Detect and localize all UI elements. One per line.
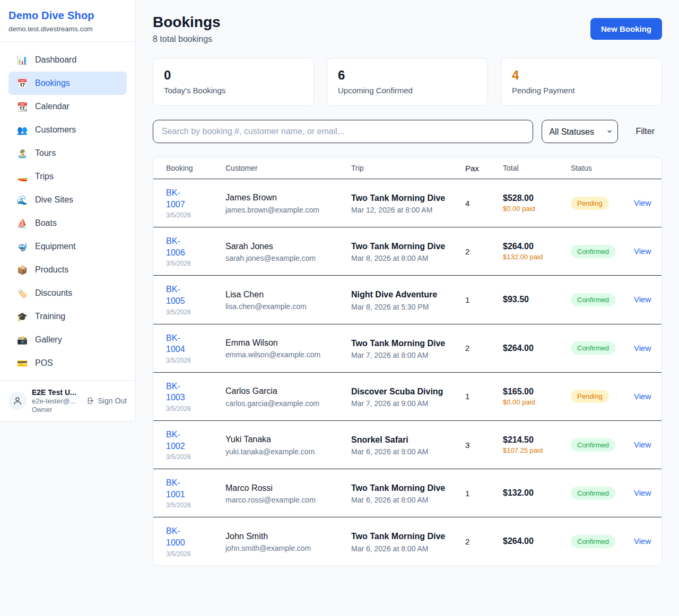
customer-email: lisa.chen@example.com — [225, 302, 338, 311]
view-cell: View — [634, 198, 655, 208]
sidebar-nav: 📊Dashboard📅Bookings📆Calendar👥Customers🏝️… — [0, 42, 135, 380]
trip-datetime: Mar 6, 2026 at 8:00 AM — [351, 544, 447, 553]
customer-cell: Marco Rossimarco.rossi@example.com — [225, 482, 351, 504]
booking-cell: BK-10073/5/2026 — [166, 187, 225, 219]
customer-email: carlos.garcia@example.com — [225, 399, 338, 408]
booking-id-link[interactable]: BK-1001 — [166, 477, 198, 500]
total-cell: $264.00$132.00 paid — [503, 242, 571, 261]
table-body: BK-10073/5/2026James Brownjames.brown@ex… — [153, 179, 661, 566]
customer-name: Yuki Tanaka — [225, 434, 338, 445]
stat-card-upcoming-confirmed: 6 Upcoming Confirmed — [327, 58, 488, 106]
sidebar-item-tours[interactable]: 🏝️Tours — [8, 142, 127, 165]
booking-id-link[interactable]: BK-1005 — [166, 284, 198, 306]
booking-id-link[interactable]: BK-1007 — [166, 187, 198, 210]
sidebar-item-customers[interactable]: 👥Customers — [8, 118, 127, 142]
customer-cell: John Smithjohn.smith@example.com — [225, 531, 351, 552]
booking-id-link[interactable]: BK-1002 — [166, 429, 198, 452]
total-cell: $165.00$0.00 paid — [503, 387, 571, 406]
new-booking-button[interactable]: New Booking — [590, 18, 662, 40]
view-link[interactable]: View — [634, 198, 651, 207]
sidebar-item-training[interactable]: 🎓Training — [8, 305, 127, 328]
view-link[interactable]: View — [634, 247, 651, 256]
user-email: e2e-tester@... — [32, 397, 76, 405]
status-badge: Confirmed — [571, 341, 615, 355]
sidebar-item-discounts[interactable]: 🏷️Discounts — [8, 281, 127, 305]
status-filter[interactable]: All Statuses — [542, 120, 618, 143]
filter-button[interactable]: Filter — [636, 127, 655, 136]
user-name: E2E Test U... — [32, 388, 76, 397]
sailboat-icon: ⛵ — [16, 218, 28, 228]
view-cell: View — [634, 295, 655, 304]
total-amount: $264.00 — [503, 344, 558, 353]
sidebar: Demo Dive Shop demo.test.divestreams.com… — [0, 0, 136, 421]
booking-cell: BK-10053/5/2026 — [166, 284, 225, 315]
sidebar-item-label: Discounts — [35, 288, 72, 298]
sidebar-item-pos[interactable]: 💳POS — [8, 351, 127, 375]
bar-chart-icon: 📊 — [16, 55, 28, 65]
status-badge: Confirmed — [571, 293, 615, 306]
sidebar-item-products[interactable]: 📦Products — [8, 258, 127, 281]
trip-datetime: Mar 6, 2026 at 9:00 AM — [351, 447, 447, 456]
stat-value: 0 — [164, 68, 303, 83]
view-link[interactable]: View — [634, 344, 651, 353]
booking-date: 3/5/2026 — [166, 550, 198, 558]
trip-name: Two Tank Morning Dive — [351, 192, 447, 204]
pax-cell: 3 — [465, 441, 503, 450]
sidebar-item-label: Gallery — [35, 335, 62, 345]
sign-out-icon — [86, 397, 95, 405]
sidebar-item-bookings[interactable]: 📅Bookings — [8, 72, 127, 95]
status-filter-select[interactable]: All Statuses — [542, 120, 617, 143]
sign-out-button[interactable]: Sign Out — [86, 397, 127, 405]
trip-name: Night Dive Adventure — [351, 288, 447, 301]
trip-name: Two Tank Morning Dive — [351, 337, 447, 349]
sidebar-item-gallery[interactable]: 📸Gallery — [8, 328, 127, 351]
customer-name: James Brown — [225, 192, 338, 204]
status-cell: Confirmed — [571, 245, 634, 258]
status-cell: Pending — [571, 390, 634, 403]
stat-card-pending-payment: 4 Pending Payment — [501, 58, 662, 106]
view-cell: View — [634, 440, 655, 450]
sidebar-item-equipment[interactable]: 🤿Equipment — [8, 235, 127, 258]
status-badge: Confirmed — [571, 438, 615, 452]
view-link[interactable]: View — [634, 440, 651, 449]
shop-name: Demo Dive Shop — [8, 10, 127, 22]
amount-paid: $132.00 paid — [503, 253, 558, 261]
page-header: Bookings 8 total bookings New Booking — [153, 14, 662, 44]
view-link[interactable]: View — [634, 392, 651, 401]
view-link[interactable]: View — [634, 295, 651, 304]
bookings-table: BookingCustomerTripPaxTotalStatus BK-100… — [153, 157, 662, 566]
sidebar-item-trips[interactable]: 🚤Trips — [8, 165, 127, 188]
stat-label: Pending Payment — [512, 86, 651, 95]
sidebar-item-label: Equipment — [35, 242, 76, 251]
search-input[interactable] — [153, 120, 533, 143]
booking-id-link[interactable]: BK-1004 — [166, 332, 198, 355]
customer-cell: Yuki Tanakayuki.tanaka@example.com — [225, 434, 351, 455]
tear-off-calendar-icon: 📆 — [16, 102, 28, 112]
booking-id-link[interactable]: BK-1000 — [166, 525, 198, 548]
customer-email: james.brown@example.com — [225, 206, 338, 214]
column-header-total: Total — [503, 164, 571, 172]
view-link[interactable]: View — [634, 536, 651, 545]
sidebar-item-dashboard[interactable]: 📊Dashboard — [8, 48, 127, 72]
status-badge: Confirmed — [571, 535, 615, 548]
sidebar-item-boats[interactable]: ⛵Boats — [8, 212, 127, 235]
customer-email: marco.rossi@example.com — [225, 496, 338, 504]
total-amount: $214.50 — [503, 435, 558, 445]
booking-id-link[interactable]: BK-1006 — [166, 235, 198, 258]
pax-cell: 1 — [465, 295, 503, 304]
customer-name: Emma Wilson — [225, 337, 338, 349]
sidebar-item-calendar[interactable]: 📆Calendar — [8, 95, 127, 118]
view-link[interactable]: View — [634, 488, 651, 497]
shop-domain: demo.test.divestreams.com — [8, 25, 127, 33]
table-header: BookingCustomerTripPaxTotalStatus — [153, 157, 661, 179]
view-cell: View — [634, 488, 655, 498]
amount-paid: $0.00 paid — [503, 398, 558, 406]
sidebar-item-label: Trips — [35, 172, 54, 181]
table-row: BK-10003/5/2026John Smithjohn.smith@exam… — [153, 517, 661, 565]
trip-cell: Two Tank Morning DiveMar 6, 2026 at 8:00… — [351, 482, 465, 504]
booking-id-link[interactable]: BK-1003 — [166, 381, 198, 403]
sidebar-item-label: Bookings — [35, 78, 70, 88]
sidebar-item-dive-sites[interactable]: 🌊Dive Sites — [8, 188, 127, 212]
user-icon — [13, 396, 22, 406]
table-row: BK-10053/5/2026Lisa Chenlisa.chen@exampl… — [153, 276, 661, 324]
